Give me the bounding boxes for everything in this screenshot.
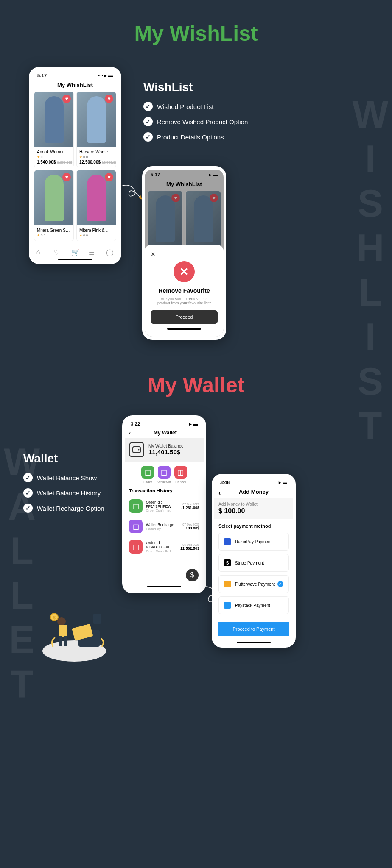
feature-item: ✓Wished Product List [143,102,248,111]
feature-text: Wished Product List [157,103,213,110]
wallet-balance-card: My Wallet Balance 11,401.50$ [125,438,204,462]
product-rating: ★0.0 [37,155,71,159]
heart-icon[interactable]: ♥ [62,95,71,103]
status-time: 3:48 [220,480,230,485]
product-grid: ♥Anouk Women Blu...★0.01,540.00$1,650.00… [31,92,119,241]
phone-add-money: 3:48 ▸ ▬ ‹ Add Money Add Money to Wallet… [212,474,296,648]
product-name: Anouk Women Blu... [37,150,71,154]
product-price: 1,540.00$1,650.00$ [37,160,71,164]
wallet-action-order[interactable]: ◫Order [141,466,154,484]
payment-option[interactable]: Flutterwave Payment✓ [218,575,289,593]
product-rating: ★0.0 [79,234,113,237]
amount-value: $ 100.00 [218,507,289,515]
payment-logo-icon [224,581,231,587]
txn-title: Order id : FP1Y2PHFEW [146,500,178,509]
status-icons: ···· ▸ ▬ [98,73,113,78]
product-card[interactable]: ♥Mitera Green Semi...★0.0 [34,170,74,241]
check-icon: ✓ [143,102,153,111]
screen-title: My Wallet [131,430,199,436]
heart-icon[interactable]: ♥ [62,173,71,181]
product-name: Harvard Women Bl... [79,150,113,154]
txn-icon: ◫ [129,520,143,533]
section-title-wallet: My Wallet [0,373,392,398]
action-label: Order [143,480,152,484]
home-icon[interactable]: ⌂ [36,248,44,256]
product-card[interactable]: ♥Harvard Women Bl...★0.012,500.00$13,550… [76,92,116,167]
payment-logo-icon [224,602,231,609]
payment-options: RazorPay PaymentSStripe PaymentFlutterwa… [214,529,293,618]
add-money-fab[interactable]: $ [186,569,199,581]
heart-icon[interactable]: ♡ [54,248,62,256]
feature-item: ✓Wallet Balance Show [23,473,104,482]
amount-label: Add Money to Wallet [218,502,289,506]
statusbar: 3:48 ▸ ▬ [214,477,293,486]
product-card[interactable]: ♥Anouk Women Blu...★0.01,540.00$1,650.00… [34,92,74,167]
product-name: Mitera Green Semi... [37,228,71,233]
payment-option[interactable]: RazorPay Payment [218,533,289,551]
cart-icon[interactable]: 🛒 [71,248,79,256]
check-icon: ✓ [23,504,33,513]
payment-name: Paystack Payment [235,603,270,608]
section-title-wishlist: My WishList [0,0,392,46]
check-icon: ✓ [23,473,33,482]
heart-icon[interactable]: ♥ [105,95,113,103]
screen-title: Add Money [239,489,269,495]
heart-icon[interactable]: ♥ [105,173,113,181]
feature-heading: WishList [143,81,248,94]
list-icon[interactable]: ☰ [89,248,96,256]
modal-x-icon: ✕ [174,261,195,282]
product-image: ♥ [77,92,116,147]
home-indicator [147,586,181,587]
txn-icon: ◫ [129,499,143,513]
txn-amount: 100.00$ [182,526,199,530]
feature-text: Remove Wished Product Option [157,118,248,125]
transaction-row[interactable]: ◫Order id : 6TWDU3J8AIOrder Cancelled06 … [125,537,204,557]
transaction-row[interactable]: ◫Wallet RechargeRazorPay07 Dec 2021100.0… [125,516,204,537]
txn-sub: Order Cancelled [146,549,177,553]
svg-rect-11 [93,614,101,624]
proceed-button[interactable]: Proceed [151,310,218,324]
status-time: 5:17 [37,73,47,78]
product-image: ♥ [77,170,116,225]
svg-rect-8 [64,636,67,646]
action-label: Cancel [175,480,186,484]
proceed-payment-button[interactable]: Procced to Payment [218,622,289,636]
wallet-action-wallet-in[interactable]: ◫Wallet-In [157,466,171,484]
txn-sub: RazorPay [146,527,179,531]
txn-sub: Order Confirmed [146,509,178,512]
statusbar: 5:17 ···· ▸ ▬ [31,70,119,79]
close-icon[interactable]: ✕ [151,251,218,258]
payment-logo-icon [224,538,231,545]
wallet-action-cancel[interactable]: ◫Cancel [174,466,187,484]
feature-text: Wallet Balance Show [37,474,97,481]
payment-name: Flutterwave Payment [235,582,275,587]
payment-option[interactable]: SStripe Payment [218,554,289,572]
swirl-arrow-icon [120,181,145,207]
wallet-illustration: $ [38,592,110,664]
product-name: Mitera Pink & Gold... [79,228,113,233]
balance-label: My Wallet Balance [148,444,183,448]
txn-amount: 12,562.50$ [180,546,199,551]
user-icon[interactable]: ◯ [106,248,114,256]
feature-text: Wallet Recharge Option [37,505,104,512]
txn-icon: ◫ [129,540,143,554]
payment-name: RazorPay Payment [235,540,272,544]
status-time: 3:22 [131,421,140,427]
payment-option[interactable]: Paystack Payment [218,596,289,614]
wishlist-features: WishList ✓Wished Product List✓Remove Wis… [143,81,248,147]
payment-name: Stripe Payment [235,561,264,565]
transaction-row[interactable]: ◫Order id : FP1Y2PHFEWOrder Confirmed07 … [125,496,204,516]
txn-date: 07 Dec 2021 [181,503,199,506]
bottom-nav: ⌂ ♡ 🛒 ☰ ◯ [31,244,119,258]
feature-text: Wallet Balance History [37,490,101,497]
txn-date: 07 Dec 2021 [182,523,199,526]
back-icon[interactable]: ‹ [218,489,221,497]
txn-date: 06 Dec 2021 [180,543,199,546]
phone-wishlist-modal: 5:17 ▸ ▬ My WhishList ♥Anouk Women Blu..… [142,166,226,340]
product-card[interactable]: ♥Mitera Pink & Gold...★0.0 [76,170,116,241]
home-indicator [58,259,92,260]
screen-title: My WhishList [31,79,119,92]
modal-title: Remove Favourite [151,287,218,294]
feature-heading: Wallet [23,452,104,465]
history-label: Transaction History [125,488,204,496]
